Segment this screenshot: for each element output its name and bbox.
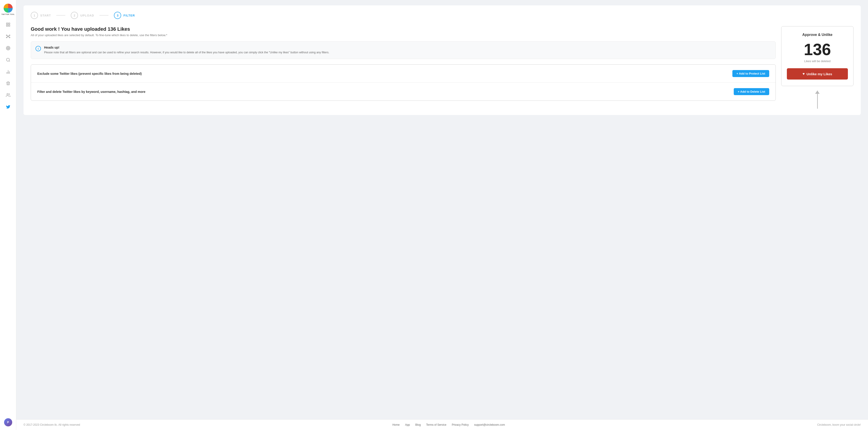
main-content: 1 START 2 UPLOAD 3 FILTER xyxy=(16,0,868,430)
svg-line-11 xyxy=(7,37,8,37)
svg-point-5 xyxy=(6,35,7,35)
sidebar-item-dashboard[interactable] xyxy=(3,20,13,30)
sidebar: TWITTER TOOL xyxy=(0,0,16,430)
info-content: Heads up! Please note that all filters a… xyxy=(44,46,329,55)
svg-rect-0 xyxy=(6,23,8,24)
step-divider-1 xyxy=(56,15,65,15)
arrow-up-icon xyxy=(815,91,819,109)
logo-icon xyxy=(4,4,13,13)
svg-point-7 xyxy=(6,37,7,38)
page-subtitle: All of your uploaded likes are selected … xyxy=(31,33,776,37)
approve-subtitle: Likes will be deleted xyxy=(787,59,848,63)
svg-rect-1 xyxy=(8,23,10,24)
step-divider-2 xyxy=(99,15,108,15)
sidebar-item-analytics[interactable] xyxy=(3,67,13,76)
main-card: 1 START 2 UPLOAD 3 FILTER xyxy=(24,5,861,115)
network-icon xyxy=(6,34,10,39)
sidebar-nav xyxy=(3,20,13,418)
svg-point-8 xyxy=(9,37,10,38)
avatar[interactable]: P xyxy=(4,418,12,426)
step-2-label: UPLOAD xyxy=(80,14,94,17)
filter-delete-label: Filter and delete Twitter likes by keywo… xyxy=(37,90,145,94)
svg-point-16 xyxy=(6,58,9,61)
left-panel: Good work ! You have uploaded 136 Likes … xyxy=(31,26,776,101)
svg-line-10 xyxy=(8,35,9,36)
sidebar-logo: TWITTER TOOL xyxy=(1,4,14,15)
add-delete-list-button[interactable]: + Add to Delete List xyxy=(734,88,769,95)
info-box: i Heads up! Please note that all filters… xyxy=(31,41,776,59)
filter-row-protect: Exclude some Twitter likes (prevent spec… xyxy=(31,65,776,83)
approve-title: Approve & Unlike xyxy=(787,33,848,37)
filter-container: Exclude some Twitter likes (prevent spec… xyxy=(31,64,776,101)
step-2: 2 UPLOAD xyxy=(71,12,94,19)
svg-line-17 xyxy=(9,61,10,62)
svg-rect-3 xyxy=(8,25,10,27)
footer-links: Home App Blog Terms of Service Privacy P… xyxy=(393,423,505,426)
sidebar-item-network[interactable] xyxy=(3,31,13,41)
page-title: Good work ! You have uploaded 136 Likes xyxy=(31,26,776,32)
svg-line-9 xyxy=(7,35,8,36)
footer-link-home[interactable]: Home xyxy=(393,423,400,426)
right-panel: Approve & Unlike 136 Likes will be delet… xyxy=(781,26,854,109)
main-grid: Good work ! You have uploaded 136 Likes … xyxy=(31,26,854,109)
footer-link-privacy[interactable]: Privacy Policy xyxy=(452,423,469,426)
svg-point-4 xyxy=(7,36,8,37)
step-1-label: START xyxy=(40,14,51,17)
svg-point-15 xyxy=(8,48,8,48)
footer-link-blog[interactable]: Blog xyxy=(415,423,421,426)
approve-count: 136 xyxy=(787,41,848,58)
stepper: 1 START 2 UPLOAD 3 FILTER xyxy=(31,12,854,19)
svg-point-22 xyxy=(7,94,8,95)
sidebar-item-twitter[interactable] xyxy=(3,102,13,112)
analytics-icon xyxy=(6,69,10,74)
footer-link-support[interactable]: support@circleboom.com xyxy=(474,423,505,426)
add-protect-list-button[interactable]: + Add to Protect List xyxy=(733,70,769,77)
filter-protect-label: Exclude some Twitter likes (prevent spec… xyxy=(37,72,142,75)
step-3: 3 FILTER xyxy=(114,12,135,19)
step-3-circle: 3 xyxy=(114,12,121,19)
unlike-button[interactable]: ♥ Unlike my Likes xyxy=(787,68,848,79)
step-1-circle: 1 xyxy=(31,12,38,19)
sidebar-item-audience[interactable] xyxy=(3,90,13,100)
svg-point-6 xyxy=(9,35,10,35)
footer-link-app[interactable]: App xyxy=(405,423,410,426)
heart-icon: ♥ xyxy=(803,72,805,76)
logo-text: TWITTER TOOL xyxy=(1,13,14,15)
twitter-icon xyxy=(6,105,10,109)
content-area: 1 START 2 UPLOAD 3 FILTER xyxy=(16,0,868,419)
info-icon: i xyxy=(35,46,41,51)
footer: © 2017-2023 Circleboom llc. All rights r… xyxy=(16,419,868,430)
step-3-label: FILTER xyxy=(123,14,135,17)
sidebar-item-target[interactable] xyxy=(3,43,13,53)
svg-rect-2 xyxy=(6,25,8,27)
info-text: Please note that all filters are optiona… xyxy=(44,50,329,55)
footer-link-tos[interactable]: Terms of Service xyxy=(426,423,446,426)
info-title: Heads up! xyxy=(44,46,329,49)
approve-card: Approve & Unlike 136 Likes will be delet… xyxy=(781,26,854,86)
sidebar-item-search[interactable] xyxy=(3,55,13,65)
dashboard-icon xyxy=(6,22,10,27)
svg-point-14 xyxy=(7,47,9,49)
audience-icon xyxy=(6,93,10,97)
target-icon xyxy=(6,46,10,51)
arrow-head xyxy=(815,91,819,94)
step-2-circle: 2 xyxy=(71,12,78,19)
footer-copyright: © 2017-2023 Circleboom llc. All rights r… xyxy=(24,423,80,426)
step-1: 1 START xyxy=(31,12,51,19)
svg-line-12 xyxy=(8,37,9,37)
delete-icon xyxy=(6,81,10,86)
sidebar-bottom: P xyxy=(4,418,12,426)
search-icon xyxy=(6,58,10,62)
arrow-container xyxy=(781,91,854,109)
filter-row-delete: Filter and delete Twitter likes by keywo… xyxy=(31,83,776,101)
footer-tagline: Circleboom, boom your social circle! xyxy=(817,423,861,426)
sidebar-item-delete[interactable] xyxy=(3,78,13,88)
